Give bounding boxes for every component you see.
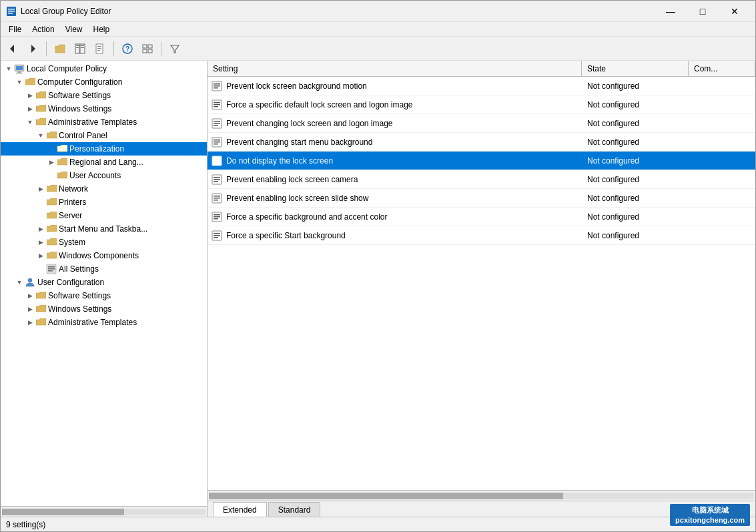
- expand-regional-lang[interactable]: ▶: [46, 157, 57, 168]
- filter-button[interactable]: [165, 39, 184, 58]
- svg-rect-33: [214, 83, 220, 85]
- tree-item-computer-configuration[interactable]: ▼ Computer Configuration: [1, 75, 207, 89]
- svg-rect-65: [214, 233, 220, 234]
- window-title: Local Group Policy Editor: [21, 7, 655, 16]
- folder-icon-user-accounts: [57, 170, 67, 181]
- svg-rect-10: [81, 45, 84, 46]
- label-computer-configuration: Computer Configuration: [37, 77, 122, 87]
- export-list-button[interactable]: [91, 39, 109, 58]
- tree-horizontal-scrollbar[interactable]: [1, 506, 207, 517]
- expand-windows-components[interactable]: ▶: [35, 250, 46, 261]
- window-controls: — □ ✕: [655, 1, 750, 22]
- folder-icon-network: [46, 184, 57, 194]
- list-row[interactable]: Prevent enabling lock screen camera Not …: [208, 170, 755, 189]
- expand-uc-administrative-templates[interactable]: ▶: [25, 317, 35, 328]
- scrollbar-thumb[interactable]: [209, 493, 563, 499]
- view-toggle-button[interactable]: [138, 39, 157, 58]
- back-button[interactable]: [3, 39, 22, 58]
- tree-scrollbar-track[interactable]: [2, 509, 206, 515]
- settings-list[interactable]: Prevent lock screen background motion No…: [208, 77, 755, 490]
- tree-item-start-menu-taskbar[interactable]: ▶ Start Menu and Taskba...: [1, 222, 207, 236]
- col-header-comment[interactable]: Com...: [689, 61, 755, 76]
- maximize-button[interactable]: □: [687, 1, 718, 22]
- minimize-button[interactable]: —: [655, 1, 686, 22]
- menu-action[interactable]: Action: [27, 23, 59, 35]
- list-row[interactable]: Prevent lock screen background motion No…: [208, 77, 755, 95]
- expand-network[interactable]: ▶: [35, 184, 46, 194]
- tree-item-software-settings[interactable]: ▶ Software Settings: [1, 89, 207, 102]
- label-user-accounts: User Accounts: [69, 171, 121, 180]
- list-row[interactable]: Prevent changing lock screen and logon i…: [208, 114, 755, 133]
- tree-item-user-accounts[interactable]: User Accounts: [1, 169, 207, 182]
- expand-computer-configuration[interactable]: ▼: [14, 77, 25, 87]
- list-row[interactable]: Force a specific background and accent c…: [208, 208, 755, 226]
- tree-item-uc-software-settings[interactable]: ▶ Software Settings: [1, 289, 207, 302]
- folder-icon-software-settings: [35, 90, 46, 101]
- tree-item-system[interactable]: ▶ System: [1, 236, 207, 249]
- state-text-8: Not configured: [582, 231, 689, 240]
- folder-button[interactable]: [51, 39, 69, 58]
- tree-item-windows-settings[interactable]: ▶ Windows Settings: [1, 102, 207, 115]
- svg-marker-5: [31, 45, 35, 53]
- expand-uc-windows-settings[interactable]: ▶: [25, 304, 35, 314]
- tree-item-printers[interactable]: Printers: [1, 196, 207, 209]
- setting-text-0: Prevent lock screen background motion: [226, 81, 582, 91]
- tree-item-regional-lang[interactable]: ▶ Regional and Lang...: [1, 156, 207, 169]
- svg-text:?: ?: [125, 45, 129, 53]
- tree-item-local-computer-policy[interactable]: ▼ Local Computer Policy: [1, 62, 207, 75]
- tree-item-server[interactable]: Server: [1, 209, 207, 222]
- state-text-2: Not configured: [582, 119, 689, 128]
- svg-rect-11: [81, 47, 84, 48]
- tree-item-administrative-templates[interactable]: ▼ Administrative Templates: [1, 115, 207, 129]
- tab-standard[interactable]: Standard: [268, 502, 321, 517]
- expand-software-settings[interactable]: ▶: [25, 90, 35, 101]
- col-header-setting[interactable]: Setting: [208, 61, 582, 76]
- tree-item-windows-components[interactable]: ▶ Windows Components: [1, 249, 207, 262]
- tree-item-uc-administrative-templates[interactable]: ▶ Administrative Templates: [1, 316, 207, 329]
- expand-windows-settings[interactable]: ▶: [25, 103, 35, 114]
- status-text: 9 setting(s): [6, 520, 750, 529]
- svg-rect-49: [214, 158, 220, 160]
- expand-administrative-templates[interactable]: ▼: [25, 117, 35, 127]
- tree-item-uc-windows-settings[interactable]: ▶ Windows Settings: [1, 302, 207, 316]
- svg-rect-14: [97, 48, 101, 49]
- tree-item-control-panel[interactable]: ▼ Control Panel: [1, 129, 207, 142]
- svg-rect-25: [17, 71, 21, 73]
- svg-rect-37: [214, 102, 220, 103]
- list-row[interactable]: Prevent enabling lock screen slide show …: [208, 189, 755, 208]
- tree-item-network[interactable]: ▶ Network: [1, 182, 207, 196]
- expand-start-menu[interactable]: ▶: [35, 224, 46, 234]
- close-button[interactable]: ✕: [719, 1, 750, 22]
- setting-text-8: Force a specific Start background: [226, 231, 582, 240]
- forward-button[interactable]: [23, 39, 42, 58]
- tab-extended[interactable]: Extended: [213, 502, 267, 517]
- menu-file[interactable]: File: [3, 23, 27, 35]
- list-row[interactable]: Force a specific Start background Not co…: [208, 226, 755, 245]
- svg-rect-67: [214, 237, 218, 238]
- scrollbar-track[interactable]: [209, 493, 754, 499]
- svg-rect-53: [214, 177, 220, 178]
- svg-rect-45: [214, 140, 220, 141]
- list-row[interactable]: Force a specific default lock screen and…: [208, 95, 755, 114]
- expand-system[interactable]: ▶: [35, 237, 46, 248]
- list-row[interactable]: Prevent changing start menu background N…: [208, 133, 755, 152]
- expand-control-panel[interactable]: ▼: [35, 130, 46, 141]
- policy-icon-8: [208, 230, 226, 241]
- list-row-selected[interactable]: Do not display the lock screen Not confi…: [208, 152, 755, 170]
- menu-view[interactable]: View: [60, 23, 88, 35]
- show-hide-console-button[interactable]: [71, 39, 89, 58]
- expand-uc-software-settings[interactable]: ▶: [25, 290, 35, 301]
- label-windows-components: Windows Components: [59, 251, 139, 260]
- tree-item-all-settings[interactable]: All Settings: [1, 262, 207, 276]
- tree-scrollbar-thumb[interactable]: [2, 509, 124, 515]
- tree-item-user-configuration[interactable]: ▼ User Configuration: [1, 276, 207, 289]
- help-button[interactable]: ?: [118, 39, 137, 58]
- expand-user-configuration[interactable]: ▼: [14, 277, 25, 288]
- expand-local-computer-policy[interactable]: ▼: [3, 63, 14, 74]
- tree-item-personalization[interactable]: Personalization: [1, 142, 207, 156]
- user-config-icon: [25, 277, 35, 288]
- col-header-state[interactable]: State: [582, 61, 689, 76]
- menu-help[interactable]: Help: [88, 23, 115, 35]
- tree-content[interactable]: ▼ Local Computer Policy ▼: [1, 61, 207, 506]
- horizontal-scrollbar[interactable]: [208, 490, 755, 501]
